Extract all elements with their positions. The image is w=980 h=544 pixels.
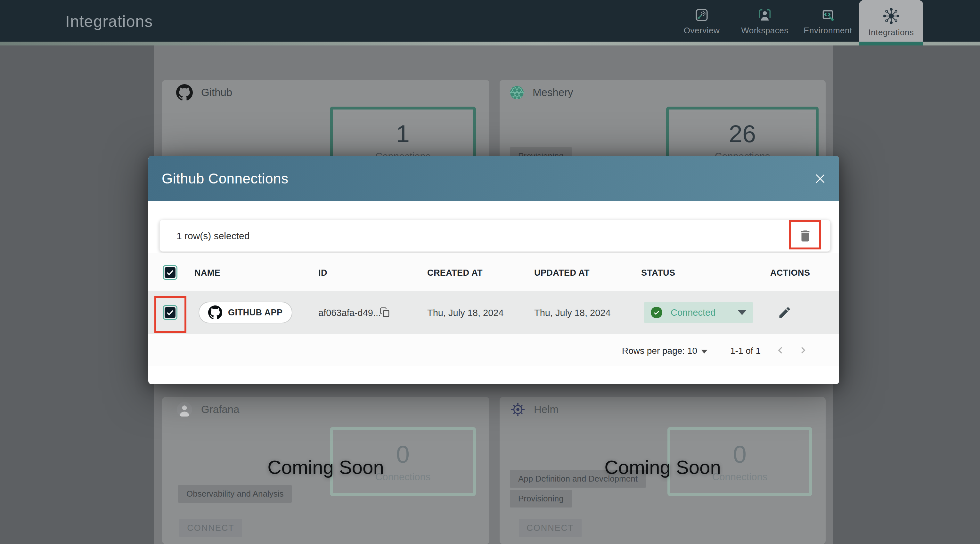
- col-header-name: NAME: [194, 268, 220, 278]
- github-connections-count: 1: [396, 120, 410, 148]
- status-dropdown[interactable]: Connected: [644, 302, 753, 323]
- grafana-chip-observability: Observability and Analysis: [178, 485, 292, 503]
- app-header: Integrations Overview Workspaces: [0, 0, 980, 41]
- select-all-checkbox[interactable]: [163, 265, 177, 280]
- col-header-created: CREATED AT: [427, 268, 483, 278]
- github-connections-modal: Github Connections 1 row(s) selected: [148, 156, 839, 384]
- card-meshery-head: Meshery: [509, 84, 573, 101]
- grafana-avatar-icon: [176, 401, 193, 418]
- check-circle-icon: [651, 307, 662, 318]
- connection-name-chip[interactable]: GITHUB APP: [199, 302, 293, 323]
- checkmark-icon: [165, 268, 175, 277]
- edit-pencil-icon: [778, 305, 792, 320]
- helm-logo-icon: [510, 402, 525, 417]
- overview-icon: [694, 8, 709, 22]
- pagination-range: 1-1 of 1: [730, 346, 760, 356]
- helm-connect-button[interactable]: CONNECT: [519, 519, 582, 537]
- grafana-coming-soon-label: Coming Soon: [162, 456, 489, 478]
- status-label: Connected: [671, 307, 716, 318]
- modal-header: Github Connections: [148, 156, 839, 201]
- tab-workspaces-label: Workspaces: [741, 25, 789, 35]
- chevron-down-icon: [738, 310, 746, 315]
- annotation-box-row-checkbox: [154, 296, 186, 333]
- created-at-cell: Thu, July 18, 2024: [427, 308, 504, 318]
- card-github-head: Github: [176, 84, 232, 101]
- select-all-checkbox-box: [165, 267, 175, 278]
- github-logo-icon: [176, 84, 193, 101]
- tab-integrations-label: Integrations: [869, 27, 914, 37]
- modal-title: Github Connections: [162, 171, 288, 187]
- col-header-updated: UPDATED AT: [534, 268, 590, 278]
- page-title: Integrations: [65, 12, 153, 31]
- col-header-status: STATUS: [641, 268, 675, 278]
- chevron-left-icon: [775, 345, 786, 356]
- selection-toolbar: 1 row(s) selected: [159, 220, 830, 252]
- meshery-logo-icon: [509, 85, 524, 100]
- close-button[interactable]: [813, 171, 827, 186]
- chevron-right-icon: [797, 345, 809, 356]
- workspaces-icon: [757, 8, 772, 22]
- tab-overview[interactable]: Overview: [670, 0, 734, 41]
- col-header-id: ID: [318, 268, 327, 278]
- card-meshery-title: Meshery: [533, 86, 573, 99]
- checkmark-icon: [653, 309, 660, 317]
- selection-count-text: 1 row(s) selected: [177, 231, 250, 242]
- copy-icon: [380, 307, 390, 318]
- card-github-title: Github: [201, 86, 232, 99]
- rows-per-page-label: Rows per page:: [622, 346, 685, 356]
- meshery-connections-count: 26: [729, 120, 756, 148]
- helm-chip-provisioning: Provisioning: [510, 490, 572, 507]
- rows-per-page-select[interactable]: 10: [687, 346, 697, 356]
- tab-workspaces[interactable]: Workspaces: [733, 0, 797, 41]
- edit-connection-button[interactable]: [778, 305, 792, 320]
- tab-overview-label: Overview: [684, 25, 720, 35]
- tab-integrations[interactable]: Integrations: [859, 0, 923, 41]
- previous-page-button[interactable]: [775, 345, 786, 356]
- col-header-actions: ACTIONS: [770, 268, 810, 278]
- table-header-row: NAME ID CREATED AT UPDATED AT STATUS ACT…: [148, 253, 839, 291]
- active-tab-underline: [859, 41, 923, 46]
- updated-at-cell: Thu, July 18, 2024: [534, 308, 611, 318]
- card-grafana-title: Grafana: [201, 404, 239, 415]
- integrations-page: Github 1 Connections Meshery 26 Connecti…: [0, 0, 980, 544]
- pagination-bar: Rows per page: 10 1-1 of 1: [148, 334, 839, 366]
- grafana-connect-button[interactable]: CONNECT: [179, 519, 242, 537]
- integrations-icon: [883, 8, 900, 24]
- close-icon: [813, 171, 827, 186]
- helm-coming-soon-label: Coming Soon: [500, 456, 826, 478]
- card-helm-head: Helm: [510, 401, 558, 418]
- github-logo-icon: [208, 305, 222, 320]
- card-helm-title: Helm: [534, 404, 558, 415]
- header-underline: [0, 41, 980, 46]
- annotation-box-delete-button: [789, 220, 821, 250]
- table-row-github-app: GITHUB APP af063afa-d49... Thu, July 18,…: [148, 291, 839, 334]
- connection-name-label: GITHUB APP: [228, 308, 283, 318]
- tab-environment[interactable]: Environment: [796, 0, 860, 41]
- next-page-button[interactable]: [797, 345, 809, 356]
- environment-icon: [821, 8, 835, 22]
- chevron-down-icon[interactable]: [701, 350, 708, 353]
- tab-environment-label: Environment: [803, 25, 852, 35]
- copy-id-button[interactable]: [380, 307, 390, 318]
- card-grafana-head: Grafana: [176, 401, 239, 418]
- connection-id: af063afa-d49...: [318, 308, 381, 318]
